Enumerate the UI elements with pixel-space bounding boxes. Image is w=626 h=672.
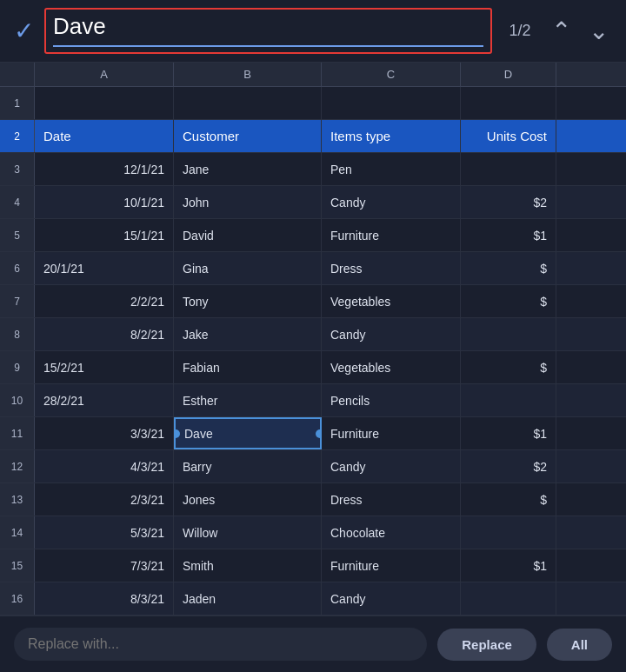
cell-row-14-B[interactable]: Willow (174, 516, 322, 549)
cell-row-12-D[interactable]: $2 (461, 450, 556, 482)
cell-row-15-A[interactable]: 7/3/21 (35, 549, 174, 582)
cell-row-10-D[interactable] (461, 384, 556, 416)
cell-row-6-C[interactable]: Dress (322, 252, 461, 284)
cell-row-14-num: 14 (0, 516, 35, 549)
cell-row-3-D[interactable] (461, 153, 556, 185)
table-row: 10 28/2/21 Esther Pencils (0, 384, 626, 417)
cell-row-14-D[interactable] (461, 516, 556, 549)
cell-row-15-D[interactable]: $1 (461, 549, 556, 582)
cell-row-4-C[interactable]: Candy (322, 186, 461, 218)
cell-row-14-C[interactable]: Chocolate (322, 516, 461, 549)
cell-row-9-A[interactable]: 15/2/21 (35, 351, 174, 383)
cell-row-13-D[interactable]: $ (461, 483, 556, 516)
search-count: 1/2 (503, 22, 537, 40)
cell-row-6-D[interactable]: $ (461, 252, 556, 284)
cell-row-4-B[interactable]: John (174, 186, 322, 218)
cell-row-16-C[interactable]: Candy (322, 582, 461, 615)
cell-row-4-A[interactable]: 10/1/21 (35, 186, 174, 218)
cell-row-5-D[interactable]: $1 (461, 219, 556, 251)
cell-row-13-C[interactable]: Dress (322, 483, 461, 516)
cell-row-1-D[interactable] (461, 87, 556, 119)
cell-row-10-num: 10 (0, 384, 35, 416)
cell-row-1-C[interactable] (322, 87, 461, 119)
cell-row-7-C[interactable]: Vegetables (322, 285, 461, 317)
cell-row-7-B[interactable]: Tony (174, 285, 322, 317)
table-row: 8 8/2/21 Jake Candy (0, 318, 626, 351)
cell-row-11-B-dave[interactable]: Dave (174, 417, 322, 449)
cell-row-12-C[interactable]: Candy (322, 450, 461, 482)
nav-up-button[interactable]: ⌃ (548, 16, 575, 47)
cell-row-6-B[interactable]: Gina (174, 252, 322, 284)
cell-row-4-num: 4 (0, 186, 35, 218)
cell-row-1-B[interactable] (174, 87, 322, 119)
cell-row-11-A[interactable]: 3/3/21 (35, 417, 174, 449)
cell-row-6-num: 6 (0, 252, 35, 284)
cell-row-13-A[interactable]: 2/3/21 (35, 483, 174, 516)
table-row: 14 5/3/21 Willow Chocolate (0, 516, 626, 549)
cell-row-8-A[interactable]: 8/2/21 (35, 318, 174, 350)
col-header-A[interactable]: A (35, 63, 174, 86)
cell-row-10-B[interactable]: Esther (174, 384, 322, 416)
cell-row-6-A[interactable]: 20/1/21 (35, 252, 174, 284)
search-input[interactable] (53, 13, 483, 43)
cell-row-9-D[interactable]: $ (461, 351, 556, 383)
cell-row-15-C[interactable]: Furniture (322, 549, 461, 582)
cell-row-16-A[interactable]: 8/3/21 (35, 582, 174, 615)
table-row: 15 7/3/21 Smith Furniture $1 (0, 549, 626, 582)
col-header-C[interactable]: C (322, 63, 461, 86)
replace-all-button[interactable]: All (547, 629, 612, 661)
cell-row-7-A[interactable]: 2/2/21 (35, 285, 174, 317)
cell-row-9-C[interactable]: Vegetables (322, 351, 461, 383)
cell-row-12-num: 12 (0, 450, 35, 482)
cell-row-5-B[interactable]: David (174, 219, 322, 251)
cell-row-3-num: 3 (0, 153, 35, 185)
table-row-dave: 11 3/3/21 Dave Furniture $1 (0, 417, 626, 450)
col-header-B[interactable]: B (174, 63, 322, 86)
table-row: 12 4/3/21 Barry Candy $2 (0, 450, 626, 483)
cell-row-11-num: 11 (0, 417, 35, 449)
cell-row-12-B[interactable]: Barry (174, 450, 322, 482)
cell-row-8-B[interactable]: Jake (174, 318, 322, 350)
cell-row-13-num: 13 (0, 483, 35, 516)
cell-row-11-D[interactable]: $1 (461, 417, 556, 449)
cell-row-3-C[interactable]: Pen (322, 153, 461, 185)
check-icon[interactable]: ✓ (14, 17, 34, 45)
cell-row-9-B[interactable]: Fabian (174, 351, 322, 383)
cell-row-14-A[interactable]: 5/3/21 (35, 516, 174, 549)
table-row: 13 2/3/21 Jones Dress $ (0, 483, 626, 516)
replace-button[interactable]: Replace (437, 629, 536, 661)
cell-row-10-C[interactable]: Pencils (322, 384, 461, 416)
cell-row-1-A[interactable] (35, 87, 174, 119)
cell-row-9-num: 9 (0, 351, 35, 383)
cell-row-15-B[interactable]: Smith (174, 549, 322, 582)
cell-row-11-C[interactable]: Furniture (322, 417, 461, 449)
col-header-D[interactable]: D (461, 63, 556, 86)
cell-row-2-B[interactable]: Customer (174, 120, 322, 152)
cell-row-10-A[interactable]: 28/2/21 (35, 384, 174, 416)
col-headers-row: A B C D (0, 63, 626, 87)
cell-row-5-C[interactable]: Furniture (322, 219, 461, 251)
replace-input[interactable] (14, 628, 427, 661)
cell-row-8-D[interactable] (461, 318, 556, 350)
cell-row-16-B[interactable]: Jaden (174, 582, 322, 615)
cell-row-2-C[interactable]: Items type (322, 120, 461, 152)
cell-row-7-num: 7 (0, 285, 35, 317)
cell-row-16-D[interactable] (461, 582, 556, 615)
cell-row-3-B[interactable]: Jane (174, 153, 322, 185)
cell-row-15-num: 15 (0, 549, 35, 582)
table-row: 5 15/1/21 David Furniture $1 (0, 219, 626, 252)
table-row: 16 8/3/21 Jaden Candy (0, 582, 626, 615)
nav-down-button[interactable]: ⌄ (585, 16, 612, 47)
cell-row-3-A[interactable]: 12/1/21 (35, 153, 174, 185)
cell-row-16-num: 16 (0, 582, 35, 615)
table-row: 2 Date Customer Items type Units Cost (0, 120, 626, 153)
search-input-box (44, 8, 492, 54)
cell-row-13-B[interactable]: Jones (174, 483, 322, 516)
cell-row-4-D[interactable]: $2 (461, 186, 556, 218)
cell-row-7-D[interactable]: $ (461, 285, 556, 317)
cell-row-8-C[interactable]: Candy (322, 318, 461, 350)
cell-row-5-A[interactable]: 15/1/21 (35, 219, 174, 251)
cell-row-12-A[interactable]: 4/3/21 (35, 450, 174, 482)
cell-row-2-D[interactable]: Units Cost (461, 120, 556, 152)
cell-row-2-A[interactable]: Date (35, 120, 174, 152)
